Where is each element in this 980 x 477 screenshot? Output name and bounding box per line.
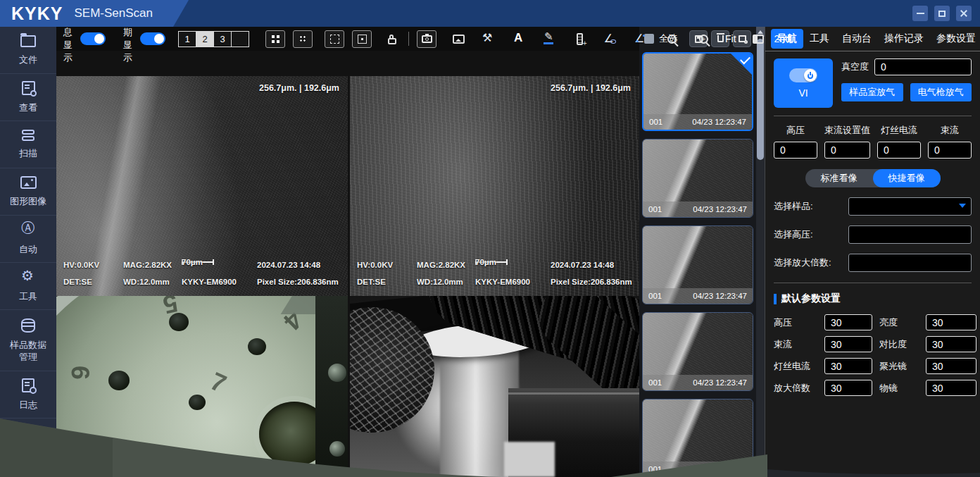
chamber-camera-column-view[interactable] (350, 296, 639, 477)
wrench-icon (482, 32, 495, 45)
thumbnail-timestamp: 04/23 12:23:47 (693, 205, 747, 213)
close-button[interactable] (956, 6, 972, 21)
wd-readout: WD:12.0mm (123, 278, 170, 286)
thumbnail-item[interactable]: 001 04/23 12:23:47 (642, 139, 753, 218)
thumbnail-id: 001 (648, 465, 662, 473)
vi-power-card[interactable]: VI (774, 58, 833, 108)
frame-selection-button[interactable] (352, 30, 372, 48)
image-adjust-button[interactable] (450, 30, 467, 47)
default-condenser-input[interactable] (926, 358, 976, 374)
sidebar-item-file[interactable]: 文件 (0, 27, 56, 74)
chamber-camera-stage-view[interactable]: 5 4 6 7 (56, 296, 348, 477)
chamber-bolt (328, 364, 346, 382)
chevron-down-icon (959, 204, 966, 208)
filament-field-input[interactable] (877, 142, 921, 159)
zoom-in-button[interactable] (695, 30, 712, 47)
gun-vent-button[interactable]: 电气枪放气 (910, 83, 972, 101)
default-mag-input[interactable] (824, 380, 872, 396)
default-filament-input[interactable] (824, 358, 872, 374)
pen-icon (544, 33, 555, 44)
thumbnail-label-bar: 001 04/23 12:23:47 (643, 288, 753, 304)
beam-readouts: 高压 束流设置值 灯丝电流 束流 (774, 124, 972, 159)
mag-select-field[interactable] (848, 254, 972, 272)
tab-parameter-settings[interactable]: 参数设置 (930, 29, 980, 49)
dot-pattern-button[interactable] (293, 30, 313, 48)
sidebar-item-label: 自动 (8, 243, 49, 255)
sem-image-1[interactable]: 256.7μm. | 192.6μm HV:0.0KV MAG:2.82KX 7… (56, 76, 348, 296)
sidebar-item-sample-data[interactable]: 样品数据管理 (0, 310, 56, 371)
text-annotation-button[interactable] (510, 30, 527, 47)
lock-button[interactable] (384, 30, 401, 47)
sidebar-item-view[interactable]: 查看 (0, 74, 56, 121)
thumbnail-scrollbar[interactable] (756, 27, 765, 477)
tab-auto-stage[interactable]: 自动台 (836, 29, 878, 49)
folder-icon (20, 35, 36, 47)
tab-operation-log[interactable]: 操作记录 (878, 29, 930, 49)
sidebar-item-log[interactable]: 日志 (0, 371, 56, 419)
default-contrast-input[interactable] (926, 336, 976, 352)
capture-button[interactable] (417, 30, 436, 48)
tab-tools[interactable]: 工具 (803, 29, 836, 49)
default-objective-input[interactable] (926, 380, 976, 396)
vacuum-label: 真空度 (841, 61, 869, 73)
date-display-toggle[interactable] (140, 32, 165, 45)
distance-measure-button[interactable] (601, 30, 618, 47)
sidebar: 文件 查看 扫描 图形图像 自动 工具 样品数据管理 日志 (0, 27, 56, 477)
standard-imaging-button[interactable]: 标准看像 (805, 169, 873, 187)
panel-tabs: 导航 工具 自动台 操作记录 参数设置 (765, 27, 980, 51)
view-icon (22, 81, 35, 95)
defaults-grid: 高压 亮度 束流 对比度 灯丝电流 聚光镜 放大倍数 物镜 (774, 314, 972, 396)
chamber-vent-button[interactable]: 样品室放气 (841, 83, 903, 101)
default-condenser-label: 聚光镜 (879, 360, 919, 373)
fit-button[interactable]: Fit (725, 33, 736, 44)
default-objective-label: 物镜 (879, 382, 919, 395)
sidebar-item-auto[interactable]: 自动 (0, 216, 56, 263)
page-2-button[interactable]: 2 (196, 31, 214, 47)
sidebar-item-partial[interactable] (0, 419, 56, 466)
ruler-measure-button[interactable] (571, 30, 588, 47)
thumbnail-item[interactable]: 001 04/23 12:23:47 (642, 225, 753, 304)
info-display-toggle[interactable] (80, 32, 106, 45)
hv-select-field[interactable] (848, 225, 972, 244)
window-controls (912, 6, 972, 21)
vi-power-toggle[interactable] (789, 68, 817, 82)
page-3-button[interactable]: 3 (213, 31, 232, 47)
split-compare-button[interactable] (750, 30, 767, 47)
hv-readout: HV:0.0KV (63, 261, 99, 269)
beam-set-field-input[interactable] (824, 142, 870, 159)
beam-field-input[interactable] (928, 142, 972, 159)
zoom-out-button[interactable] (663, 30, 680, 47)
sem-image-2[interactable]: 256.7μm. | 192.6μm HV:0.0KV MAG:2.82KX 7… (350, 76, 639, 296)
sidebar-item-tools[interactable]: 工具 (0, 263, 56, 310)
default-brightness-input[interactable] (926, 314, 976, 330)
maximize-icon (938, 11, 946, 17)
dashed-selection-button[interactable] (325, 30, 344, 48)
default-hv-input[interactable] (824, 314, 872, 330)
second-display-button[interactable]: 2nd (774, 33, 791, 44)
vacuum-row: 真空度 (841, 58, 972, 75)
page-4-button[interactable] (231, 31, 249, 47)
maximize-button[interactable] (934, 6, 950, 21)
thumbnail-item[interactable]: 001 04/23 12:23:47 (642, 312, 753, 391)
minimize-button[interactable] (912, 6, 928, 21)
draw-annotation-button[interactable] (541, 30, 558, 47)
thumbnail-item[interactable]: 001 04/23 12:23:47 (642, 399, 753, 477)
sidebar-item-graphics[interactable]: 图形图像 (0, 168, 56, 216)
thumbnail-panel: 全选 001 04/23 12:23:47 001 04/23 12:23:47 (639, 27, 756, 477)
fov-readout: 256.7μm. | 192.6μm (551, 83, 631, 93)
hv-field-input[interactable] (774, 142, 817, 159)
vacuum-input[interactable] (874, 58, 972, 75)
sample-select-dropdown[interactable] (848, 197, 972, 216)
page-1-button[interactable]: 1 (178, 31, 196, 47)
sidebar-item-scan[interactable]: 扫描 (0, 121, 56, 168)
angle-measure-button[interactable] (632, 30, 648, 47)
stage-hole (108, 371, 130, 390)
image-tools-button[interactable] (480, 30, 497, 47)
stage-hole (169, 313, 189, 331)
quad-layout-button[interactable] (265, 30, 285, 48)
quick-imaging-button[interactable]: 快捷看像 (873, 169, 941, 187)
view-page-group: 1 2 3 (179, 31, 249, 47)
scrollbar-thumb[interactable] (757, 39, 764, 160)
thumbnail-item[interactable]: 001 04/23 12:23:47 (642, 52, 753, 131)
default-beam-input[interactable] (824, 336, 872, 352)
